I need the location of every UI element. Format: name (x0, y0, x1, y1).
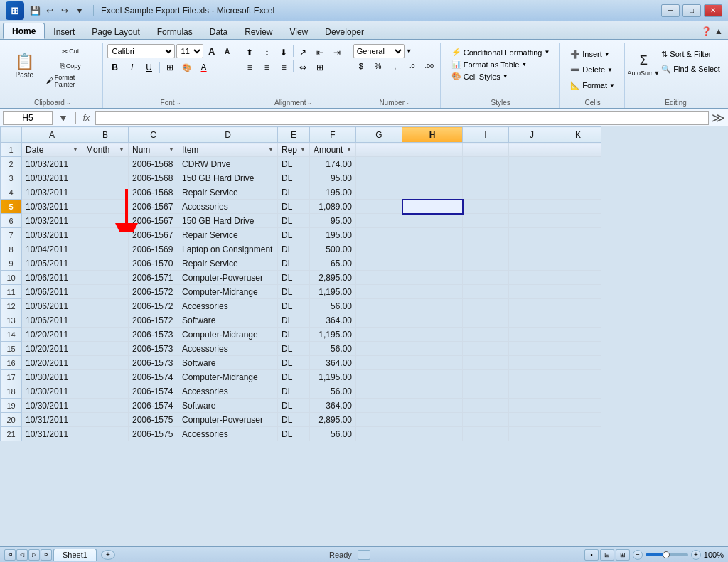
cell-H12[interactable] (402, 299, 463, 313)
tab-developer[interactable]: Developer (316, 24, 373, 39)
cell-J12[interactable] (509, 299, 555, 313)
cell-B19[interactable] (82, 399, 129, 413)
cell-E12[interactable]: DL (278, 299, 310, 313)
cell-F18[interactable]: 56.00 (310, 384, 356, 399)
align-left-btn[interactable]: ≡ (242, 60, 257, 75)
cell-C19[interactable]: 2006-1574 (129, 399, 178, 413)
bottom-align-btn[interactable]: ⬇ (276, 45, 291, 60)
cell-D12[interactable]: Accessories (178, 299, 278, 313)
cell-J3[interactable] (509, 171, 555, 185)
cell-C7[interactable]: 2006-1567 (129, 228, 178, 242)
cell-B2[interactable] (82, 157, 129, 171)
normal-view-btn[interactable]: ▪ (584, 549, 599, 561)
undo-quick-btn[interactable]: ↩ (43, 4, 56, 17)
cell-A9[interactable]: 10/05/2011 (22, 256, 82, 271)
sheet-tab-1[interactable]: Sheet1 (53, 549, 97, 561)
cell-G9[interactable] (356, 256, 402, 271)
cell-C10[interactable]: 2006-1571 (129, 271, 178, 285)
cell-J5[interactable] (509, 200, 555, 214)
page-break-view-btn[interactable]: ⊞ (616, 549, 630, 561)
font-size-select[interactable]: 11 (176, 44, 203, 58)
cell-G12[interactable] (356, 299, 402, 313)
cell-F12[interactable]: 56.00 (310, 299, 356, 313)
cell-D1[interactable]: Item▼ (178, 143, 278, 157)
cell-D17[interactable]: Computer-Midrange (178, 370, 278, 384)
cell-I10[interactable] (463, 271, 509, 285)
row-num-7[interactable]: 7 (1, 228, 22, 242)
cell-K10[interactable] (555, 271, 601, 285)
cell-J11[interactable] (509, 285, 555, 299)
cell-K19[interactable] (555, 399, 601, 413)
cell-G14[interactable] (356, 328, 402, 342)
cell-H10[interactable] (402, 271, 463, 285)
format-painter-button[interactable]: 🖌Format Painter (43, 74, 98, 88)
formula-input[interactable] (95, 111, 709, 125)
sort-filter-button[interactable]: ⇅ Sort & Filter (659, 47, 722, 61)
cell-K6[interactable] (555, 214, 601, 228)
cell-G13[interactable] (356, 313, 402, 328)
cell-D15[interactable]: Accessories (178, 342, 278, 356)
cell-H13[interactable] (402, 313, 463, 328)
cell-B20[interactable] (82, 413, 129, 427)
align-right-btn[interactable]: ≡ (276, 60, 291, 75)
borders-button[interactable]: ⊞ (162, 60, 178, 75)
cell-J18[interactable] (509, 384, 555, 399)
cell-C4[interactable]: 2006-1568 (129, 185, 178, 200)
cell-K8[interactable] (555, 242, 601, 256)
cell-A4[interactable]: 10/03/2011 (22, 185, 82, 200)
cell-A16[interactable]: 10/20/2011 (22, 356, 82, 370)
format-button[interactable]: 📐 Format ▼ (568, 78, 617, 92)
cell-H3[interactable] (402, 171, 463, 185)
cell-J9[interactable] (509, 256, 555, 271)
cell-G5[interactable] (356, 200, 402, 214)
wrap-text-btn[interactable]: ⇔ (295, 60, 311, 75)
cell-F2[interactable]: 174.00 (310, 157, 356, 171)
cell-A14[interactable]: 10/20/2011 (22, 328, 82, 342)
sheet-next-btn[interactable]: ▷ (28, 549, 40, 561)
cell-C16[interactable]: 2006-1573 (129, 356, 178, 370)
cell-K4[interactable] (555, 185, 601, 200)
tab-home[interactable]: Home (3, 23, 45, 39)
minimize-button[interactable]: ─ (661, 4, 680, 17)
cell-B1[interactable]: Month▼ (82, 143, 129, 157)
cell-F13[interactable]: 364.00 (310, 313, 356, 328)
cell-J10[interactable] (509, 271, 555, 285)
cell-H20[interactable] (402, 413, 463, 427)
decrease-font-btn[interactable]: A (220, 44, 235, 58)
cell-J16[interactable] (509, 356, 555, 370)
cell-E8[interactable]: DL (278, 242, 310, 256)
autosum-button[interactable]: Σ AutoSum▼ (629, 47, 658, 82)
cell-A6[interactable]: 10/03/2011 (22, 214, 82, 228)
row-num-13[interactable]: 13 (1, 313, 22, 328)
cell-I12[interactable] (463, 299, 509, 313)
row-num-16[interactable]: 16 (1, 356, 22, 370)
format-as-table-button[interactable]: 📊 Format as Table ▼ (449, 59, 530, 70)
name-box[interactable] (3, 111, 53, 125)
cell-A15[interactable]: 10/20/2011 (22, 342, 82, 356)
indent-increase-btn[interactable]: ⇥ (329, 45, 345, 60)
cell-I4[interactable] (463, 185, 509, 200)
cell-K18[interactable] (555, 384, 601, 399)
col-header-F[interactable]: F (310, 127, 356, 143)
row-num-10[interactable]: 10 (1, 271, 22, 285)
row-num-18[interactable]: 18 (1, 384, 22, 399)
office-button[interactable]: ⊞ (6, 1, 24, 20)
cell-G6[interactable] (356, 214, 402, 228)
cell-D20[interactable]: Computer-Poweruser (178, 413, 278, 427)
cell-E3[interactable]: DL (278, 171, 310, 185)
alignment-expand-icon[interactable]: ⌄ (307, 99, 312, 106)
row-num-20[interactable]: 20 (1, 413, 22, 427)
spreadsheet-scroll[interactable]: A B C D E F G H I J K 1 Da (0, 126, 728, 546)
cell-C3[interactable]: 2006-1568 (129, 171, 178, 185)
cell-G7[interactable] (356, 228, 402, 242)
cell-B13[interactable] (82, 313, 129, 328)
cell-C13[interactable]: 2006-1572 (129, 313, 178, 328)
cell-B11[interactable] (82, 285, 129, 299)
customize-quick-btn[interactable]: ▼ (73, 4, 86, 17)
cell-H19[interactable] (402, 399, 463, 413)
sheet-last-btn[interactable]: ⊳ (41, 549, 52, 561)
cell-K16[interactable] (555, 356, 601, 370)
fill-color-button[interactable]: 🎨 (179, 60, 195, 75)
cell-C20[interactable]: 2006-1575 (129, 413, 178, 427)
cell-H17[interactable] (402, 370, 463, 384)
